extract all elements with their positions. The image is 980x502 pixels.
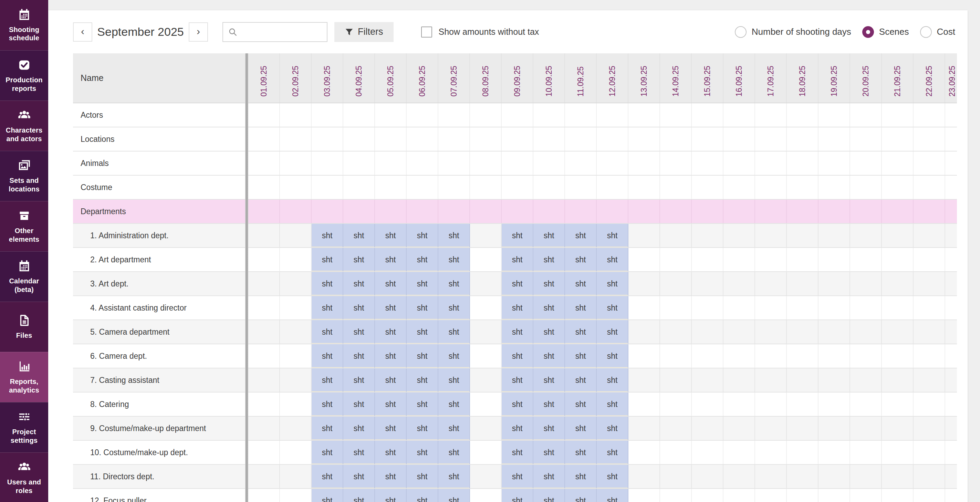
- grid-cell[interactable]: [248, 224, 280, 247]
- sidebar-item-other-elements[interactable]: Other elements: [0, 201, 48, 251]
- grid-cell[interactable]: [628, 392, 660, 416]
- grid-cell[interactable]: [248, 176, 280, 199]
- grid-cell[interactable]: [945, 320, 957, 344]
- grid-row[interactable]: 7. Casting assistantshtshtshtshtshtshtsh…: [73, 369, 957, 392]
- grid-cell[interactable]: [755, 369, 787, 392]
- grid-cell[interactable]: [787, 296, 818, 319]
- shooting-cell[interactable]: sht: [312, 224, 343, 247]
- grid-cell[interactable]: [818, 127, 850, 151]
- grid-cell[interactable]: [375, 176, 407, 199]
- grid-cell[interactable]: [470, 320, 502, 344]
- grid-cell[interactable]: [692, 296, 724, 319]
- grid-cell[interactable]: [945, 224, 957, 247]
- grid-cell[interactable]: [787, 272, 818, 295]
- shooting-cell[interactable]: sht: [597, 272, 628, 295]
- grid-cell[interactable]: [755, 224, 787, 247]
- shooting-cell[interactable]: sht: [502, 224, 533, 247]
- shooting-cell[interactable]: sht: [533, 344, 565, 368]
- sidebar-item-production-reports[interactable]: Production reports: [0, 50, 48, 100]
- shooting-cell[interactable]: sht: [533, 416, 565, 440]
- grid-cell[interactable]: [438, 103, 470, 127]
- grid-cell[interactable]: [470, 176, 502, 199]
- grid-cell[interactable]: [660, 103, 692, 127]
- grid-cell[interactable]: [565, 176, 597, 199]
- grid-cell[interactable]: [692, 392, 724, 416]
- radio-scenes[interactable]: [862, 26, 874, 38]
- grid-cell[interactable]: [913, 320, 945, 344]
- grid-cell[interactable]: [755, 392, 787, 416]
- grid-cell[interactable]: [818, 224, 850, 247]
- shooting-cell[interactable]: sht: [343, 489, 375, 502]
- grid-cell[interactable]: [533, 127, 565, 151]
- grid-cell[interactable]: [945, 392, 957, 416]
- date-column-header[interactable]: 17.09.25: [755, 53, 787, 103]
- shooting-cell[interactable]: sht: [375, 344, 407, 368]
- grid-cell[interactable]: [755, 489, 787, 502]
- shooting-cell[interactable]: sht: [312, 296, 343, 319]
- shooting-cell[interactable]: sht: [597, 369, 628, 392]
- grid-cell[interactable]: [724, 392, 755, 416]
- shooting-cell[interactable]: sht: [438, 224, 470, 247]
- grid-cell[interactable]: [818, 151, 850, 175]
- grid-cell[interactable]: [818, 489, 850, 502]
- shooting-cell[interactable]: sht: [343, 224, 375, 247]
- grid-cell[interactable]: [628, 441, 660, 464]
- grid-cell[interactable]: [755, 151, 787, 175]
- grid-cell[interactable]: [882, 272, 913, 295]
- shooting-cell[interactable]: sht: [565, 441, 597, 464]
- shooting-cell[interactable]: sht: [565, 296, 597, 319]
- grid-cell[interactable]: [818, 272, 850, 295]
- shooting-cell[interactable]: sht: [597, 465, 628, 488]
- grid-row[interactable]: 8. Cateringshtshtshtshtshtshtshtshtsht: [73, 392, 957, 416]
- shooting-cell[interactable]: sht: [312, 392, 343, 416]
- grid-cell[interactable]: [850, 176, 882, 199]
- grid-cell[interactable]: [945, 272, 957, 295]
- grid-cell[interactable]: [945, 489, 957, 502]
- shooting-cell[interactable]: sht: [565, 369, 597, 392]
- shooting-cell[interactable]: sht: [502, 416, 533, 440]
- grid-cell[interactable]: [882, 224, 913, 247]
- grid-cell[interactable]: [533, 200, 565, 223]
- grid-cell[interactable]: [280, 489, 312, 502]
- grid-cell[interactable]: [502, 103, 533, 127]
- grid-cell[interactable]: [945, 103, 957, 127]
- grid-cell[interactable]: [343, 127, 375, 151]
- grid-cell[interactable]: [755, 465, 787, 488]
- grid-cell[interactable]: [850, 416, 882, 440]
- grid-cell[interactable]: [850, 369, 882, 392]
- grid-cell[interactable]: [787, 416, 818, 440]
- grid-cell[interactable]: [913, 224, 945, 247]
- grid-cell[interactable]: [660, 176, 692, 199]
- date-column-header[interactable]: 04.09.25: [343, 53, 375, 103]
- grid-cell[interactable]: [470, 127, 502, 151]
- sidebar-item-users-and-roles[interactable]: Users and roles: [0, 453, 48, 502]
- shooting-cell[interactable]: sht: [502, 320, 533, 344]
- shooting-cell[interactable]: sht: [343, 320, 375, 344]
- grid-cell[interactable]: [312, 127, 343, 151]
- grid-cell[interactable]: [724, 127, 755, 151]
- grid-cell[interactable]: [692, 320, 724, 344]
- shooting-cell[interactable]: sht: [597, 489, 628, 502]
- grid-cell[interactable]: [818, 369, 850, 392]
- grid-cell[interactable]: [343, 200, 375, 223]
- column-scroll-divider[interactable]: [245, 53, 248, 502]
- grid-cell[interactable]: [945, 296, 957, 319]
- grid-cell[interactable]: [533, 176, 565, 199]
- grid-cell[interactable]: [755, 103, 787, 127]
- radio-cost[interactable]: [920, 26, 932, 38]
- grid-cell[interactable]: [787, 344, 818, 368]
- grid-row[interactable]: Actors: [73, 103, 957, 127]
- grid-cell[interactable]: [597, 151, 628, 175]
- grid-cell[interactable]: [913, 441, 945, 464]
- grid-cell[interactable]: [280, 176, 312, 199]
- grid-cell[interactable]: [470, 441, 502, 464]
- grid-cell[interactable]: [628, 344, 660, 368]
- grid-cell[interactable]: [787, 465, 818, 488]
- grid-cell[interactable]: [692, 200, 724, 223]
- grid-cell[interactable]: [407, 127, 438, 151]
- grid-row[interactable]: 10. Costume/make-up dept.shtshtshtshtsht…: [73, 441, 957, 465]
- grid-cell[interactable]: [470, 344, 502, 368]
- grid-cell[interactable]: [248, 441, 280, 464]
- grid-cell[interactable]: [913, 272, 945, 295]
- grid-cell[interactable]: [787, 103, 818, 127]
